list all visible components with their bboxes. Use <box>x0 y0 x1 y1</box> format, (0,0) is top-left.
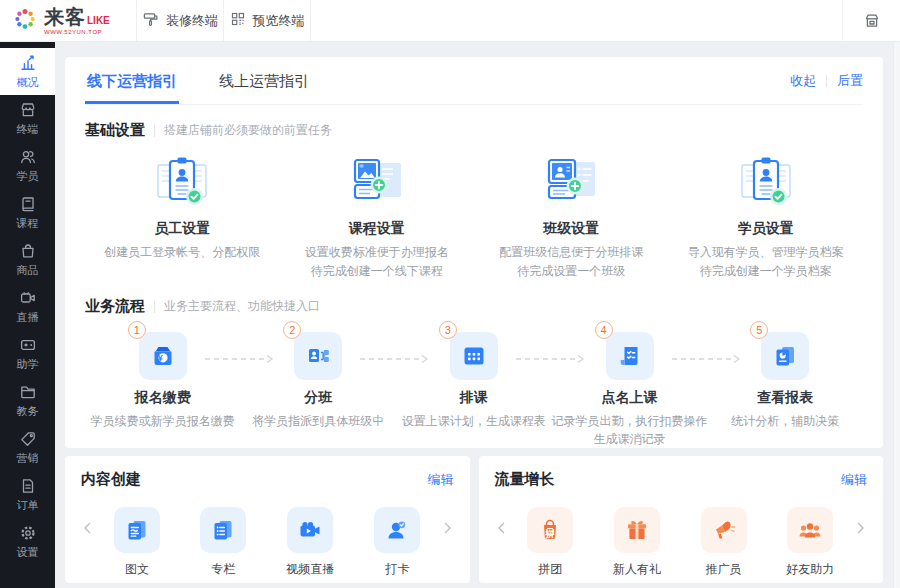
course-card-icon <box>280 150 475 212</box>
sidebar-item-academic[interactable]: 教务 <box>0 377 55 424</box>
item-article[interactable]: 图文 <box>114 503 160 578</box>
sidebar-item-goods[interactable]: 商品 <box>0 236 55 283</box>
brand-burst-icon <box>12 6 38 36</box>
card-title: 学员设置 <box>669 220 864 238</box>
sidebar-item-students[interactable]: 学员 <box>0 142 55 189</box>
item-friend-boost[interactable]: 好友助力 <box>786 503 834 578</box>
flow-connector <box>205 354 277 364</box>
sidebar-item-courses[interactable]: 课程 <box>0 189 55 236</box>
item-promoter[interactable]: 推广员 <box>701 503 747 578</box>
card-title: 课程设置 <box>280 220 475 238</box>
shop-home-button[interactable] <box>842 0 900 41</box>
item-newcomer-gift[interactable]: 新人有礼 <box>613 503 661 578</box>
tab-offline-guide[interactable]: 线下运营指引 <box>85 57 179 104</box>
sidebar-item-label: 课程 <box>17 216 39 231</box>
step-number-badge: 1 <box>128 321 146 339</box>
sidebar-item-label: 营销 <box>17 451 39 466</box>
brand-logo[interactable]: 来客LIKE WWW.52YUN.TOP <box>0 0 136 41</box>
operation-guide-card: 线下运营指引 线上运营指引 收起 后置 基础设置 搭建店铺前必须要做的前置任务 <box>65 57 883 448</box>
attendance-list-icon <box>606 332 654 380</box>
step-roll-call[interactable]: 4 <box>552 328 708 448</box>
brand-subtitle: WWW.52YUN.TOP <box>44 29 110 35</box>
content-creation-panel: 内容创建 编辑 <box>65 456 470 583</box>
card-staff-setup[interactable]: 员工设置 创建员工登录帐号、分配权限 <box>85 150 280 281</box>
folder-icon <box>19 383 37 401</box>
card-class-setup[interactable]: 班级设置 配置班级信息便于分班排课 待完成设置一个班级 <box>474 150 669 281</box>
card-title: 班级设置 <box>474 220 669 238</box>
card-title: 员工设置 <box>85 220 280 238</box>
tab-online-guide[interactable]: 线上运营指引 <box>217 57 311 104</box>
growth-items: 拼 拼团 <box>508 503 855 578</box>
storefront-icon <box>19 101 37 119</box>
card-description: 配置班级信息便于分班排课 待完成设置一个班级 <box>474 243 669 281</box>
item-column[interactable]: 专栏 <box>200 503 246 578</box>
step-desc-line1: 学员续费或新学员报名缴费 <box>85 412 241 430</box>
sidebar-item-label: 终端 <box>17 122 39 137</box>
step-title: 查看报表 <box>708 389 864 407</box>
growth-edit-link[interactable]: 编辑 <box>841 471 867 489</box>
card-description: 设置收费标准便于办理报名 待完成创建一个线下课程 <box>280 243 475 281</box>
scrollbar-track[interactable] <box>893 42 900 588</box>
group-buy-glyph: 拼 <box>546 528 555 541</box>
card-description: 导入现有学员、管理学员档案 待完成创建一个学员档案 <box>669 243 864 281</box>
sidebar-item-orders[interactable]: 订单 <box>0 471 55 518</box>
step-schedule[interactable]: 3 <box>396 328 552 448</box>
step-title: 报名缴费 <box>85 389 241 407</box>
app: 来客LIKE WWW.52YUN.TOP 装修终端 <box>0 0 900 588</box>
article-icon <box>114 507 160 553</box>
step-desc-line1: 将学员指派到具体班级中 <box>241 412 397 430</box>
step-desc-line2: 生成课消记录 <box>552 430 708 448</box>
friends-group-icon <box>787 507 833 553</box>
guide-tab-bar: 线下运营指引 线上运营指引 收起 后置 <box>85 57 863 105</box>
staff-clipboard-icon <box>85 150 280 212</box>
sidebar-item-overview[interactable]: 概况 <box>0 48 55 95</box>
card-desc-line2: 待完成创建一个学员档案 <box>669 262 864 281</box>
sidebar-item-study-aid[interactable]: 助学 <box>0 330 55 377</box>
item-video-live[interactable]: 视频直播 <box>286 503 334 578</box>
sidebar-item-label: 教务 <box>17 404 39 419</box>
main-content: 线下运营指引 线上运营指引 收起 后置 基础设置 搭建店铺前必须要做的前置任务 <box>55 42 893 588</box>
step-number-badge: 3 <box>439 321 457 339</box>
qr-code-icon <box>230 11 246 30</box>
sidebar-item-live[interactable]: 直播 <box>0 283 55 330</box>
decorate-terminal-button[interactable]: 装修终端 <box>137 0 223 41</box>
sidebar-item-marketing[interactable]: 营销 <box>0 424 55 471</box>
item-group-buy[interactable]: 拼 拼团 <box>527 503 573 578</box>
next-arrow-icon[interactable] <box>441 505 454 551</box>
decorate-terminal-label: 装修终端 <box>166 12 218 30</box>
collapse-link[interactable]: 收起 <box>790 72 816 90</box>
guide-actions: 收起 后置 <box>790 72 863 90</box>
step-assign-class[interactable]: 2 <box>241 328 397 448</box>
postpone-link[interactable]: 后置 <box>837 72 863 90</box>
timetable-icon <box>450 332 498 380</box>
card-description: 创建员工登录帐号、分配权限 <box>85 243 280 262</box>
item-label: 好友助力 <box>786 561 834 578</box>
next-arrow-icon[interactable] <box>854 505 867 551</box>
sidebar-item-label: 设置 <box>17 545 39 560</box>
item-check-in[interactable]: 打卡 <box>374 503 420 578</box>
prev-arrow-icon[interactable] <box>495 505 508 551</box>
item-label: 拼团 <box>527 561 573 578</box>
body-row: 概况 终端 学员 <box>0 42 900 588</box>
panel-header: 内容创建 编辑 <box>81 470 454 489</box>
growth-panel-title: 流量增长 <box>495 470 555 489</box>
item-label: 图文 <box>114 561 160 578</box>
preview-terminal-button[interactable]: 预览终端 <box>224 0 310 41</box>
step-view-reports[interactable]: 5 查看报表 统计分析，辅助决策 <box>708 328 864 448</box>
shopping-bag-icon <box>19 242 37 260</box>
sidebar-item-settings[interactable]: 设置 <box>0 518 55 565</box>
business-flow-subtitle: 业务主要流程、功能快捷入口 <box>164 298 320 315</box>
prev-arrow-icon[interactable] <box>81 505 94 551</box>
sidebar-item-label: 学员 <box>17 169 39 184</box>
step-enroll-pay[interactable]: 1 ¥ 报名缴费 <box>85 328 241 448</box>
card-student-setup[interactable]: 学员设置 导入现有学员、管理学员档案 待完成创建一个学员档案 <box>669 150 864 281</box>
content-edit-link[interactable]: 编辑 <box>428 471 454 489</box>
sidebar-item-label: 商品 <box>17 263 39 278</box>
sidebar-item-terminal[interactable]: 终端 <box>0 95 55 142</box>
step-title: 分班 <box>241 389 397 407</box>
preview-terminal-label: 预览终端 <box>253 12 305 30</box>
card-course-setup[interactable]: 课程设置 设置收费标准便于办理报名 待完成创建一个线下课程 <box>280 150 475 281</box>
business-flow-row: 1 ¥ 报名缴费 <box>85 328 863 448</box>
shop-building-icon <box>863 12 881 30</box>
step-title: 排课 <box>396 389 552 407</box>
